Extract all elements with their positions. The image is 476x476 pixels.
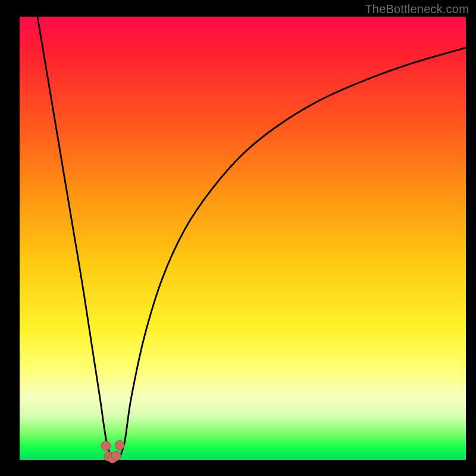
valley-marker bbox=[101, 441, 111, 450]
valley-marker bbox=[111, 451, 121, 461]
chart-frame: TheBottleneck.com bbox=[0, 0, 476, 476]
valley-marker bbox=[115, 440, 124, 450]
bottleneck-curve-path bbox=[37, 17, 466, 462]
bottleneck-curve-svg bbox=[0, 0, 476, 476]
